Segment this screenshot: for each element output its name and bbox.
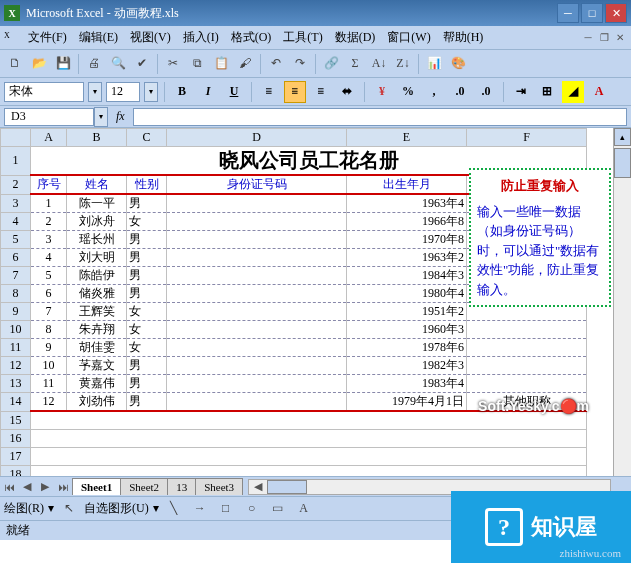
- merge-button[interactable]: ⬌: [336, 81, 358, 103]
- scroll-thumb[interactable]: [267, 480, 307, 494]
- fill-color-button[interactable]: ◢: [562, 81, 584, 103]
- row-header[interactable]: 14: [1, 393, 31, 412]
- cell[interactable]: [167, 213, 347, 231]
- cell[interactable]: [467, 357, 587, 375]
- row-header[interactable]: 18: [1, 465, 31, 476]
- cell[interactable]: 储炎雅: [67, 285, 127, 303]
- cell[interactable]: [31, 429, 587, 447]
- cell[interactable]: 1978年6: [347, 339, 467, 357]
- formula-bar[interactable]: [133, 108, 627, 126]
- arrow-icon[interactable]: →: [189, 498, 211, 520]
- align-left-button[interactable]: ≡: [258, 81, 280, 103]
- cell[interactable]: 男: [127, 357, 167, 375]
- cell[interactable]: 1979年4月1日: [347, 393, 467, 412]
- cell[interactable]: 序号: [31, 175, 67, 194]
- cell[interactable]: 男: [127, 285, 167, 303]
- scroll-left-icon[interactable]: ◀: [249, 480, 267, 494]
- cell[interactable]: 身份证号码: [167, 175, 347, 194]
- menu-item[interactable]: 格式(O): [225, 27, 278, 47]
- font-selector[interactable]: 宋体: [4, 82, 84, 102]
- row-header[interactable]: 10: [1, 321, 31, 339]
- hyperlink-icon[interactable]: 🔗: [320, 53, 342, 75]
- underline-button[interactable]: U: [223, 81, 245, 103]
- cell[interactable]: 1: [31, 194, 67, 213]
- cell[interactable]: [31, 465, 587, 476]
- vertical-scrollbar[interactable]: ▴: [613, 128, 631, 476]
- cell[interactable]: 5: [31, 267, 67, 285]
- row-header[interactable]: 15: [1, 411, 31, 429]
- chart-icon[interactable]: 📊: [423, 53, 445, 75]
- textbox-icon[interactable]: ▭: [267, 498, 289, 520]
- cell[interactable]: 女: [127, 339, 167, 357]
- cell[interactable]: 1960年3: [347, 321, 467, 339]
- bold-button[interactable]: B: [171, 81, 193, 103]
- font-color-button[interactable]: A: [588, 81, 610, 103]
- align-center-button[interactable]: ≡: [284, 81, 306, 103]
- row-header[interactable]: 6: [1, 249, 31, 267]
- currency-button[interactable]: ¥: [371, 81, 393, 103]
- wordart-icon[interactable]: A: [293, 498, 315, 520]
- cell[interactable]: 7: [31, 303, 67, 321]
- italic-button[interactable]: I: [197, 81, 219, 103]
- line-icon[interactable]: ╲: [163, 498, 185, 520]
- undo-icon[interactable]: ↶: [265, 53, 287, 75]
- cell[interactable]: 刘大明: [67, 249, 127, 267]
- cell[interactable]: 12: [31, 393, 67, 412]
- doc-minimize-button[interactable]: ─: [581, 31, 595, 45]
- column-header[interactable]: F: [467, 129, 587, 147]
- cell[interactable]: [167, 339, 347, 357]
- indent-button[interactable]: ⇥: [510, 81, 532, 103]
- menu-item[interactable]: 文件(F): [22, 27, 73, 47]
- cell[interactable]: 陈一平: [67, 194, 127, 213]
- row-header[interactable]: 7: [1, 267, 31, 285]
- copy-icon[interactable]: ⧉: [186, 53, 208, 75]
- select-icon[interactable]: ↖: [58, 498, 80, 520]
- menu-item[interactable]: 编辑(E): [73, 27, 124, 47]
- cell[interactable]: 1951年2: [347, 303, 467, 321]
- tab-prev-icon[interactable]: ◀: [18, 480, 36, 493]
- draw-menu[interactable]: 绘图(R): [4, 500, 44, 517]
- cell[interactable]: 刘冰舟: [67, 213, 127, 231]
- row-header[interactable]: 12: [1, 357, 31, 375]
- print-icon[interactable]: 🖨: [83, 53, 105, 75]
- open-icon[interactable]: 📂: [28, 53, 50, 75]
- fx-icon[interactable]: fx: [116, 109, 125, 124]
- row-header[interactable]: 16: [1, 429, 31, 447]
- cell[interactable]: 刘劲伟: [67, 393, 127, 412]
- row-header[interactable]: 3: [1, 194, 31, 213]
- menu-item[interactable]: 帮助(H): [437, 27, 490, 47]
- cell[interactable]: [467, 321, 587, 339]
- autoshapes-menu[interactable]: 自选图形(U): [84, 500, 149, 517]
- cell[interactable]: [167, 231, 347, 249]
- drawing-icon[interactable]: 🎨: [447, 53, 469, 75]
- row-header[interactable]: 9: [1, 303, 31, 321]
- cell[interactable]: 出生年月: [347, 175, 467, 194]
- paste-icon[interactable]: 📋: [210, 53, 232, 75]
- cell[interactable]: 芧嘉文: [67, 357, 127, 375]
- cell[interactable]: 王辉笑: [67, 303, 127, 321]
- row-header[interactable]: 8: [1, 285, 31, 303]
- cell[interactable]: 男: [127, 249, 167, 267]
- cell[interactable]: [167, 357, 347, 375]
- cell[interactable]: 1963年4: [347, 194, 467, 213]
- minimize-button[interactable]: ─: [557, 3, 579, 23]
- cell[interactable]: 3: [31, 231, 67, 249]
- cell[interactable]: 1982年3: [347, 357, 467, 375]
- cell[interactable]: 9: [31, 339, 67, 357]
- row-header[interactable]: 4: [1, 213, 31, 231]
- cell[interactable]: [167, 303, 347, 321]
- row-header[interactable]: 2: [1, 175, 31, 194]
- cell[interactable]: [167, 375, 347, 393]
- cell[interactable]: [167, 267, 347, 285]
- scroll-up-icon[interactable]: ▴: [614, 128, 631, 146]
- sheet-tab[interactable]: 13: [167, 478, 196, 495]
- cell[interactable]: 女: [127, 213, 167, 231]
- scroll-thumb[interactable]: [614, 148, 631, 178]
- cell[interactable]: 1970年8: [347, 231, 467, 249]
- menu-item[interactable]: 插入(I): [177, 27, 225, 47]
- redo-icon[interactable]: ↷: [289, 53, 311, 75]
- cell[interactable]: 4: [31, 249, 67, 267]
- cell[interactable]: [31, 447, 587, 465]
- oval-icon[interactable]: ○: [241, 498, 263, 520]
- cell[interactable]: [167, 249, 347, 267]
